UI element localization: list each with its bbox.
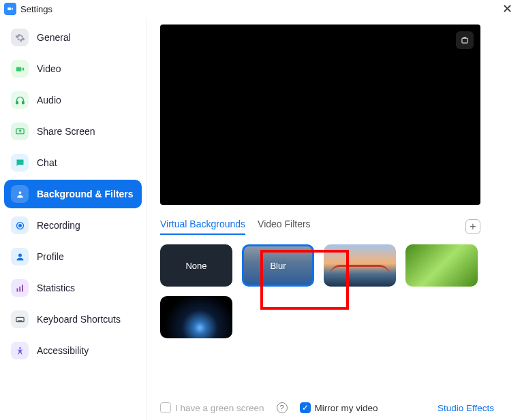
gear-icon — [11, 29, 29, 46]
background-tile-image-2[interactable] — [405, 244, 478, 287]
tile-label: Blur — [270, 261, 286, 271]
window-title: Settings — [20, 4, 52, 14]
titlebar: Settings ✕ — [0, 0, 522, 18]
tabs: Virtual Backgrounds Video Filters — [160, 219, 311, 235]
rotate-camera-button[interactable] — [456, 31, 474, 49]
svg-rect-1 — [16, 67, 21, 71]
tab-video-filters[interactable]: Video Filters — [258, 219, 311, 235]
background-tile-none[interactable]: None — [160, 244, 232, 287]
checkbox-icon — [160, 402, 171, 413]
green-screen-checkbox[interactable]: I have a green screen — [160, 402, 264, 413]
svg-rect-10 — [19, 287, 20, 292]
background-icon — [11, 185, 29, 203]
svg-rect-14 — [462, 38, 467, 43]
sidebar-item-background-filters[interactable]: Background & Filters — [4, 180, 142, 208]
svg-rect-0 — [7, 7, 11, 10]
background-tile-blur[interactable]: Blur — [242, 244, 314, 287]
green-screen-label: I have a green screen — [175, 403, 264, 413]
background-tile-image-1[interactable] — [324, 244, 396, 287]
titlebar-left: Settings — [4, 3, 52, 15]
svg-rect-2 — [16, 101, 18, 103]
sidebar-item-label: Background & Filters — [37, 189, 134, 199]
tile-label: None — [185, 261, 206, 271]
svg-rect-3 — [22, 101, 24, 103]
headphones-icon — [11, 91, 29, 109]
sidebar-item-label: Keyboard Shortcuts — [37, 314, 121, 325]
video-preview — [160, 25, 480, 205]
content: Virtual Backgrounds Video Filters + None… — [147, 18, 522, 420]
footer: I have a green screen ? Mirror my video … — [160, 393, 494, 413]
sidebar-item-statistics[interactable]: Statistics — [4, 274, 142, 302]
video-icon — [11, 60, 29, 78]
mirror-video-label: Mirror my video — [315, 403, 378, 413]
profile-icon — [11, 248, 29, 265]
main: General Video Audio Share Screen Chat — [0, 18, 522, 420]
sidebar-item-recording[interactable]: Recording — [4, 211, 142, 240]
checkbox-icon — [300, 402, 311, 413]
share-screen-icon — [11, 123, 29, 140]
app-icon — [4, 3, 16, 15]
sidebar-item-label: Recording — [37, 220, 80, 231]
add-background-button[interactable]: + — [465, 219, 480, 234]
tab-virtual-backgrounds[interactable]: Virtual Backgrounds — [160, 219, 245, 235]
recording-icon — [11, 216, 29, 234]
svg-point-5 — [18, 191, 21, 194]
sidebar-item-accessibility[interactable]: Accessibility — [4, 336, 142, 365]
svg-rect-9 — [16, 288, 18, 291]
background-grid: None Blur — [160, 244, 494, 338]
sidebar-item-chat[interactable]: Chat — [4, 148, 142, 177]
svg-point-13 — [19, 346, 21, 349]
sidebar-item-label: Audio — [37, 95, 61, 106]
svg-rect-12 — [16, 317, 23, 321]
mirror-video-checkbox[interactable]: Mirror my video — [300, 402, 378, 413]
sidebar-item-profile[interactable]: Profile — [4, 242, 142, 271]
sidebar: General Video Audio Share Screen Chat — [0, 18, 147, 420]
tabs-row: Virtual Backgrounds Video Filters + — [160, 219, 480, 235]
statistics-icon — [11, 279, 29, 297]
chat-icon — [11, 154, 29, 172]
sidebar-item-general[interactable]: General — [4, 23, 142, 52]
sidebar-item-label: Profile — [37, 251, 64, 262]
sidebar-item-label: Chat — [37, 157, 57, 168]
background-tile-image-3[interactable] — [160, 296, 232, 338]
sidebar-item-audio[interactable]: Audio — [4, 86, 142, 114]
accessibility-icon — [11, 342, 29, 359]
close-button[interactable]: ✕ — [500, 3, 515, 15]
sidebar-item-share-screen[interactable]: Share Screen — [4, 117, 142, 146]
sidebar-item-label: Statistics — [37, 282, 75, 293]
svg-point-8 — [18, 253, 22, 257]
sidebar-item-label: Share Screen — [37, 126, 95, 137]
svg-rect-11 — [22, 285, 23, 291]
sidebar-item-label: Video — [37, 63, 61, 74]
studio-effects-link[interactable]: Studio Effects — [437, 403, 494, 413]
help-icon[interactable]: ? — [277, 402, 288, 413]
sidebar-item-keyboard-shortcuts[interactable]: Keyboard Shortcuts — [4, 305, 142, 334]
sidebar-item-video[interactable]: Video — [4, 54, 142, 83]
svg-point-7 — [18, 224, 22, 227]
keyboard-icon — [11, 310, 29, 328]
sidebar-item-label: Accessibility — [37, 345, 89, 356]
sidebar-item-label: General — [37, 32, 71, 43]
